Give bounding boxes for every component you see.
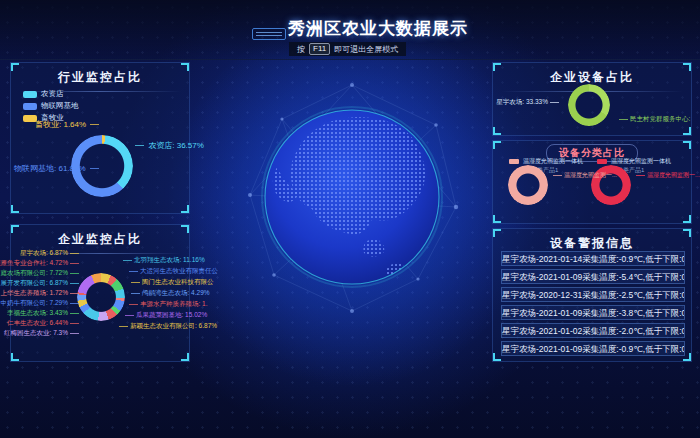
legend-item[interactable]: 物联网基地 [23, 101, 79, 111]
pie-label-text: 物联网基地: 61.85% [14, 164, 86, 173]
legend-label: 农资店 [41, 89, 64, 99]
pie-label-text: 星宇农场: 33.33% [496, 98, 548, 105]
enterprise-donut-chart[interactable] [77, 273, 125, 321]
pie-label: 陶门生态农业科技有限公 [131, 278, 214, 286]
pie-label-text: 仁丰生态农业: 6.44% [7, 319, 68, 326]
pie-label-text: 北羽翔生态农场: 11.16% [134, 256, 205, 263]
fullscreen-hint-prefix: 按 [297, 44, 305, 55]
alarm-row[interactable]: 星宇农场-2021-01-14采集温度:-0.9℃,低于下限:0℃ [501, 251, 685, 266]
legend-label: 温湿度光照监测一体机 [611, 157, 671, 166]
alarm-row[interactable]: 星宇农场-2020-12-31采集温度:-2.5℃,低于下限:0℃ [501, 287, 685, 302]
pie-label-text: 农资店: 36.57% [148, 141, 204, 150]
dashboard: 秀洲区农业大数据展示 按 F11 即可退出全屏模式 行业监控占比 农资店 物联网… [0, 0, 700, 438]
legend-swatch [509, 159, 519, 164]
panel-device-alarms: 设备警报信息 星宇农场-2021-01-14采集温度:-0.9℃,低于下限:0℃… [492, 228, 692, 362]
pie-label-text: 瓜果蔬菜园基地: 15.02% [136, 311, 207, 318]
pie-label: 彩颖雁鱼专业合作社: 4.72% [0, 259, 79, 267]
pie-label: 仁丰生态农业: 6.44% [7, 319, 79, 327]
pie-label-text: 李福生态农场: 3.43% [7, 309, 68, 316]
pie-label: 新颖生态农业有限公司: 6.87% [119, 322, 217, 330]
pie-label: 瓜果蔬菜园基地: 15.02% [125, 311, 207, 319]
legend-label: 物联网基地 [41, 101, 79, 111]
pie-label: 畜牧业: 1.64% [35, 120, 99, 129]
pie-label-text: 彩颖雁鱼专业合作社: 4.72% [0, 259, 68, 266]
alarm-row[interactable]: 星宇农场-2021-01-09采集温度:-5.4℃,低于下限:0℃ [501, 269, 685, 284]
pie-label-text: 新颖生态农业有限公司: 6.87% [130, 322, 217, 329]
pie-label-text: 温湿度光照监测一... [564, 172, 617, 178]
pie-label-text: 温湿度光照监测一... [647, 172, 700, 178]
alarm-row[interactable]: 星宇农场-2021-01-02采集温度:-2.0℃,低于下限:0℃ [501, 323, 685, 338]
pie-label: 物联网基地: 61.85% [14, 164, 99, 173]
pie-label: 星宇农场: 33.33% [496, 98, 559, 106]
page-title: 秀洲区农业大数据展示 [288, 17, 468, 40]
pie-callout: 温湿度光照监测一... [553, 171, 617, 180]
pie-label: 星宇农场: 6.87% [20, 249, 79, 257]
legend-swatch [597, 159, 607, 164]
logo-badge [252, 28, 286, 40]
pie-label: 农资店: 36.57% [135, 141, 204, 150]
pie-label-text: 陶门生态农业科技有限公 [142, 278, 214, 285]
f11-key-badge: F11 [309, 43, 330, 55]
panel-device-classification: 设备分类占比 温湿度光照监测一体机 温湿度光照监测一体机 一体机类产品1 一体机… [492, 140, 692, 224]
header: 秀洲区农业大数据展示 按 F11 即可退出全屏模式 [0, 0, 700, 60]
pie-label-text: 畜牧业: 1.64% [35, 120, 86, 129]
pie-label: 上华生态养殖场: 1.72% [0, 289, 79, 297]
legend-swatch [23, 91, 37, 98]
pie-label: 展开发有限公司: 6.87% [0, 279, 79, 287]
pie-label: 北羽翔生态农场: 11.16% [123, 256, 205, 264]
legend-swatch [23, 103, 37, 110]
pie-label-text: 红梅园生态农业: 7.3% [4, 329, 68, 336]
legend-item[interactable]: 农资店 [23, 89, 64, 99]
pie-label: 中奶牛有限公司: 7.29% [0, 299, 79, 307]
equipment-donut-chart[interactable] [568, 84, 610, 126]
panel-industry-ratio: 行业监控占比 农资店 物联网基地 畜牧业 畜牧业: 1.64% 农资店: 36.… [10, 62, 190, 214]
pie-label-text: 上华生态养殖场: 1.72% [0, 289, 68, 296]
pie-label: 丰源水产种质养殖场: 1. [129, 300, 208, 308]
pie-label: 民主村党群服务中心: [619, 115, 690, 123]
panel-enterprise-ratio: 企业监控占比 星宇农场: 6.87% 彩颖雁鱼专业合作社: 4.72% 家庭农场… [10, 224, 190, 362]
pie-label-text: 展开发有限公司: 6.87% [0, 279, 68, 286]
pie-callout: 温湿度光照监测一... [636, 171, 700, 180]
pie-label-text: 丰源水产种质养殖场: 1. [140, 300, 208, 307]
alarm-row[interactable]: 星宇农场-2021-01-09采集温度:-0.9℃,低于下限:0℃ [501, 341, 685, 356]
pie-label-text: 中奶牛有限公司: 7.29% [0, 299, 68, 306]
fullscreen-hint-suffix: 即可退出全屏模式 [334, 44, 398, 55]
globe-visualization [222, 67, 482, 327]
pie-label: 家庭农场有限公司: 7.72% [0, 269, 79, 277]
device-class-left-donut-chart[interactable] [508, 165, 548, 205]
fullscreen-hint: 按 F11 即可退出全屏模式 [289, 42, 406, 56]
pie-label-text: 大运河生态牧业有限责任公 [140, 267, 218, 274]
pie-label-text: 星宇农场: 6.87% [20, 249, 68, 256]
alarm-row[interactable]: 星宇农场-2021-01-09采集温度:-3.8℃,低于下限:0℃ [501, 305, 685, 320]
legend-item[interactable]: 温湿度光照监测一体机 [509, 157, 583, 166]
pie-label-text: 鸬鹚湾生态农场: 4.29% [142, 289, 210, 296]
pie-label: 鸬鹚湾生态农场: 4.29% [131, 289, 210, 297]
pie-label-text: 家庭农场有限公司: 7.72% [0, 269, 68, 276]
panel-equipment-ratio: 企业设备占比 星宇农场: 33.33% 民主村党群服务中心: [492, 62, 692, 136]
pie-label-text: 民主村党群服务中心: [630, 115, 690, 122]
pie-label: 李福生态农场: 3.43% [7, 309, 79, 317]
panel-title: 行业监控占比 [11, 63, 189, 92]
pie-label: 大运河生态牧业有限责任公 [129, 267, 218, 275]
pie-label: 红梅园生态农业: 7.3% [4, 329, 79, 337]
